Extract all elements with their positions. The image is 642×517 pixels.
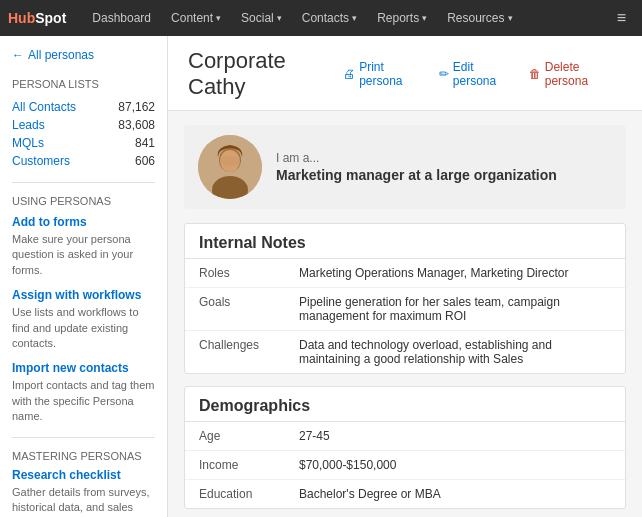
nav-resources[interactable]: Resources▾ [437, 0, 522, 36]
internal-notes-table: Roles Marketing Operations Manager, Mark… [185, 259, 625, 373]
goals-label: Goals [185, 288, 285, 331]
svg-point-4 [220, 156, 240, 166]
research-checklist-desc: Gather details from surveys, historical … [12, 485, 155, 517]
sidebar-divider-1 [12, 182, 155, 183]
assign-workflows-desc: Use lists and workflows to find and upda… [12, 305, 155, 351]
chevron-down-icon: ▾ [422, 13, 427, 23]
income-label: Income [185, 451, 285, 480]
persona-role: Marketing manager at a large organizatio… [276, 167, 557, 183]
print-persona-button[interactable]: 🖨 Print persona [343, 60, 427, 88]
nav-content[interactable]: Content▾ [161, 0, 231, 36]
leads-count: 83,608 [118, 118, 155, 132]
import-contacts-link[interactable]: Import new contacts [12, 361, 155, 375]
nav-reports[interactable]: Reports▾ [367, 0, 437, 36]
customers-count: 606 [135, 154, 155, 168]
chevron-down-icon: ▾ [508, 13, 513, 23]
goals-value: Pipeline generation for her sales team, … [285, 288, 625, 331]
main-layout: All personas Persona Lists All Contacts … [0, 36, 642, 517]
print-icon: 🖨 [343, 67, 355, 81]
hamburger-menu-icon[interactable]: ≡ [609, 9, 634, 26]
delete-persona-button[interactable]: 🗑 Delete persona [529, 60, 622, 88]
delete-persona-label: Delete persona [545, 60, 622, 88]
research-checklist-link[interactable]: Research checklist [12, 468, 155, 482]
persona-description: I am a... Marketing manager at a large o… [276, 151, 557, 183]
list-item-all-contacts: All Contacts 87,162 [12, 98, 155, 116]
edit-persona-button[interactable]: ✏ Edit persona [439, 60, 517, 88]
income-value: $70,000-$150,000 [285, 451, 625, 480]
all-personas-link[interactable]: All personas [12, 48, 155, 62]
persona-lists-title: Persona Lists [12, 78, 155, 90]
all-contacts-link[interactable]: All Contacts [12, 100, 76, 114]
nav-contacts[interactable]: Contacts▾ [292, 0, 367, 36]
list-item-customers: Customers 606 [12, 152, 155, 170]
chevron-down-icon: ▾ [216, 13, 221, 23]
mqls-link[interactable]: MQLs [12, 136, 44, 150]
import-contacts-desc: Import contacts and tag them with the sp… [12, 378, 155, 424]
internal-notes-section: Internal Notes Roles Marketing Operation… [184, 223, 626, 374]
avatar [198, 135, 262, 199]
roles-value: Marketing Operations Manager, Marketing … [285, 259, 625, 288]
add-to-forms-link[interactable]: Add to forms [12, 215, 155, 229]
age-value: 27-45 [285, 422, 625, 451]
edit-persona-label: Edit persona [453, 60, 517, 88]
mastering-personas-title: Mastering personas [12, 450, 155, 462]
content-header: Corporate Cathy 🖨 Print persona ✏ Edit p… [168, 36, 642, 111]
all-contacts-count: 87,162 [118, 100, 155, 114]
print-persona-label: Print persona [359, 60, 427, 88]
leads-link[interactable]: Leads [12, 118, 45, 132]
education-label: Education [185, 480, 285, 509]
header-actions: 🖨 Print persona ✏ Edit persona 🗑 Delete … [343, 60, 622, 88]
sidebar-divider-2 [12, 437, 155, 438]
customers-link[interactable]: Customers [12, 154, 70, 168]
challenges-value: Data and technology overload, establishi… [285, 331, 625, 374]
chevron-down-icon: ▾ [352, 13, 357, 23]
mqls-count: 841 [135, 136, 155, 150]
table-row: Challenges Data and technology overload,… [185, 331, 625, 374]
nav-dashboard[interactable]: Dashboard [82, 0, 161, 36]
list-item-mqls: MQLs 841 [12, 134, 155, 152]
chevron-down-icon: ▾ [277, 13, 282, 23]
table-row: Education Bachelor's Degree or MBA [185, 480, 625, 509]
list-item-leads: Leads 83,608 [12, 116, 155, 134]
demographics-title: Demographics [185, 387, 625, 422]
edit-icon: ✏ [439, 67, 449, 81]
iam-label: I am a... [276, 151, 557, 165]
demographics-section: Demographics Age 27-45 Income $70,000-$1… [184, 386, 626, 509]
assign-workflows-link[interactable]: Assign with workflows [12, 288, 155, 302]
table-row: Income $70,000-$150,000 [185, 451, 625, 480]
trash-icon: 🗑 [529, 67, 541, 81]
top-navigation: HubSpot Dashboard Content▾ Social▾ Conta… [0, 0, 642, 36]
education-value: Bachelor's Degree or MBA [285, 480, 625, 509]
nav-social[interactable]: Social▾ [231, 0, 292, 36]
demographics-table: Age 27-45 Income $70,000-$150,000 Educat… [185, 422, 625, 508]
internal-notes-title: Internal Notes [185, 224, 625, 259]
age-label: Age [185, 422, 285, 451]
sidebar: All personas Persona Lists All Contacts … [0, 36, 168, 517]
table-row: Age 27-45 [185, 422, 625, 451]
using-personas-title: Using personas [12, 195, 155, 207]
table-row: Roles Marketing Operations Manager, Mark… [185, 259, 625, 288]
roles-label: Roles [185, 259, 285, 288]
persona-card: I am a... Marketing manager at a large o… [184, 125, 626, 209]
content-area: Corporate Cathy 🖨 Print persona ✏ Edit p… [168, 36, 642, 517]
add-to-forms-desc: Make sure your persona question is asked… [12, 232, 155, 278]
table-row: Goals Pipeline generation for her sales … [185, 288, 625, 331]
page-title: Corporate Cathy [188, 48, 343, 100]
hubspot-logo: HubSpot [8, 10, 66, 26]
challenges-label: Challenges [185, 331, 285, 374]
